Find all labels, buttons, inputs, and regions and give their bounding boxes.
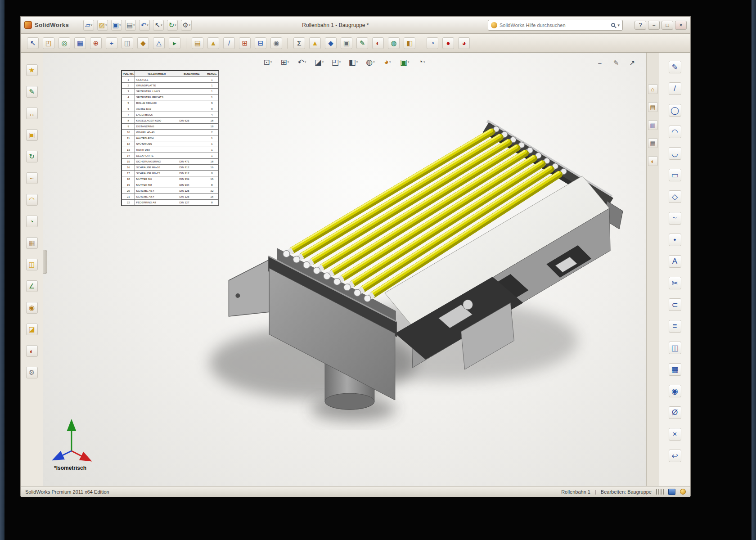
measure-tool-icon[interactable]: ∠	[26, 280, 38, 292]
equations-icon[interactable]: Σ	[293, 37, 305, 49]
dimxpert-warning-icon[interactable]: ▲	[309, 37, 321, 49]
open-folder-icon[interactable]: ▨	[97, 20, 108, 31]
viewport-canvas[interactable]: ⊡⊞↶◪◰◧◍◕▣◔ −✎↗ POS.-NR.TEILENUMMERBENENN…	[43, 53, 646, 486]
options-gear-icon[interactable]: ⚙	[181, 20, 192, 31]
view-settings-icon[interactable]: ◔	[416, 56, 428, 68]
record-indicator-icon[interactable]: ◕	[458, 37, 470, 49]
design-library-icon[interactable]: ▤	[648, 102, 658, 112]
search-input[interactable]	[500, 22, 609, 28]
hole-alignment-icon[interactable]: ◉	[270, 37, 282, 49]
bom-cell: 6	[122, 106, 135, 112]
expand-view-icon[interactable]: ↗	[626, 57, 638, 69]
linear-sketch-pattern-icon[interactable]: ▦	[669, 363, 681, 376]
print-icon[interactable]: ▤	[125, 20, 136, 31]
point-icon[interactable]: •	[669, 234, 681, 246]
hide-show-items-icon[interactable]: ◍	[364, 56, 376, 68]
trim-icon[interactable]: ✂	[669, 277, 681, 289]
circular-sketch-pattern-icon[interactable]: ◉	[669, 385, 681, 397]
instant3d-icon[interactable]: ◆	[325, 37, 337, 49]
close-button[interactable]: ×	[675, 21, 687, 30]
appearances-icon[interactable]: ◐	[372, 37, 384, 49]
resources-home-icon[interactable]: ⌂	[648, 84, 658, 94]
appearance-tool-icon[interactable]: ◐	[26, 345, 38, 357]
convert-entities-icon[interactable]: ⊂	[669, 298, 681, 311]
clearance-verification-icon[interactable]: ⊟	[255, 37, 266, 49]
tangent-arc-icon[interactable]: ◡	[669, 147, 681, 160]
view-orientation-icon[interactable]: ◰	[330, 56, 342, 68]
dimension-tool-icon[interactable]: ↔	[26, 108, 38, 119]
statusbar-panel-icon[interactable]	[668, 489, 675, 495]
section-tool-icon[interactable]: ◪	[26, 324, 38, 335]
apply-scene-icon[interactable]: ▣	[399, 56, 410, 68]
select-arrow-icon[interactable]: ↖	[153, 20, 164, 31]
favorites-tool-icon[interactable]: ★	[26, 64, 38, 76]
delete-entities-icon[interactable]: ×	[669, 428, 681, 441]
fillet-tool-icon[interactable]: ◔	[26, 216, 38, 227]
maximize-button[interactable]: □	[662, 21, 673, 30]
select-tool-icon[interactable]: ↖	[27, 37, 39, 49]
spline-icon[interactable]: ~	[669, 212, 681, 225]
mirror-entities-icon[interactable]: ◫	[669, 342, 681, 354]
show-hidden-components-icon[interactable]: ◫	[122, 37, 133, 49]
alert-indicator-icon[interactable]: ●	[442, 37, 454, 49]
text-icon[interactable]: A	[669, 255, 681, 268]
quick-tips-icon[interactable]	[680, 489, 686, 495]
mate-icon[interactable]: ◎	[58, 37, 70, 49]
smart-dimension-icon[interactable]: Ø	[669, 406, 681, 419]
circle-icon[interactable]: ◯	[669, 104, 681, 117]
assembly-features-icon[interactable]: ◆	[137, 37, 149, 49]
search-dropdown-icon[interactable]: ▾	[617, 23, 620, 27]
arc-icon[interactable]: ◠	[669, 126, 681, 138]
smart-fasteners-icon[interactable]: ⊕	[90, 37, 102, 49]
display-style-icon[interactable]: ◧	[347, 56, 359, 68]
exit-sketch-icon[interactable]: ↩	[669, 450, 681, 462]
zoom-to-fit-icon[interactable]: ⊡	[262, 56, 274, 68]
new-motion-study-icon[interactable]: ▸	[169, 37, 180, 49]
undo-icon[interactable]: ↶	[139, 20, 150, 31]
exploded-view-icon[interactable]: ▲	[207, 37, 219, 49]
save-icon[interactable]: ▣	[111, 20, 122, 31]
bill-of-materials-icon[interactable]: ▤	[192, 37, 203, 49]
walk-through-icon[interactable]: ◔	[427, 37, 438, 49]
mass-properties-tool-icon[interactable]: ◉	[26, 302, 38, 314]
photoview-360-icon[interactable]: ◧	[404, 37, 415, 49]
pattern-tool-icon[interactable]: ▦	[26, 237, 38, 249]
rectangle-icon[interactable]: ▭	[669, 169, 681, 181]
previous-view-icon[interactable]: ↶	[296, 56, 308, 68]
large-assembly-mode-icon[interactable]: ▣	[341, 37, 352, 49]
quick-sketch-icon[interactable]: ✎	[610, 57, 622, 69]
sketch-tool-icon[interactable]: ✎	[26, 86, 38, 98]
featuremanager-flyout-handle[interactable]	[43, 250, 47, 274]
interference-detection-icon[interactable]: ⊞	[239, 37, 251, 49]
edit-appearance-icon[interactable]: ◕	[382, 56, 393, 68]
section-view-icon[interactable]: ◪	[313, 56, 325, 68]
view-palette-icon[interactable]: ▦	[648, 138, 658, 148]
help-button[interactable]: ?	[634, 21, 646, 30]
reference-geometry-icon[interactable]: △	[153, 37, 165, 49]
minimize-button[interactable]: −	[648, 21, 660, 30]
line-icon[interactable]: /	[669, 82, 681, 95]
linear-component-pattern-icon[interactable]: ▦	[74, 37, 86, 49]
zoom-to-area-icon[interactable]: ⊞	[279, 56, 291, 68]
settings-tool-icon[interactable]: ⚙	[26, 367, 38, 378]
file-explorer-icon[interactable]: ▥	[648, 120, 658, 130]
revolve-tool-icon[interactable]: ↻	[26, 151, 38, 162]
bom-table[interactable]: POS.-NR.TEILENUMMERBENENNUNGMENGE.1GESTE…	[121, 70, 219, 206]
pencil-icon[interactable]: ✎	[669, 61, 681, 73]
new-document-icon[interactable]: ▱	[83, 20, 94, 31]
rebuild-icon[interactable]: ↻	[167, 20, 178, 31]
move-component-icon[interactable]: +	[106, 37, 117, 49]
mirror-tool-icon[interactable]: ◫	[26, 259, 38, 270]
loft-tool-icon[interactable]: ◠	[26, 194, 38, 206]
appearances-scenes-icon[interactable]: ◐	[648, 156, 658, 166]
collapse-toolbar-icon[interactable]: −	[594, 57, 606, 69]
offset-entities-icon[interactable]: ≡	[669, 320, 681, 333]
sweep-tool-icon[interactable]: ~	[26, 172, 38, 184]
insert-components-icon[interactable]: ◰	[43, 37, 54, 49]
extrude-tool-icon[interactable]: ▣	[26, 129, 38, 141]
search-icon[interactable]	[611, 23, 615, 27]
explode-line-sketch-icon[interactable]: /	[223, 37, 235, 49]
edit-component-icon[interactable]: ✎	[356, 37, 368, 49]
simulationxpress-icon[interactable]: ◍	[388, 37, 400, 49]
polygon-icon[interactable]: ◇	[669, 190, 681, 203]
